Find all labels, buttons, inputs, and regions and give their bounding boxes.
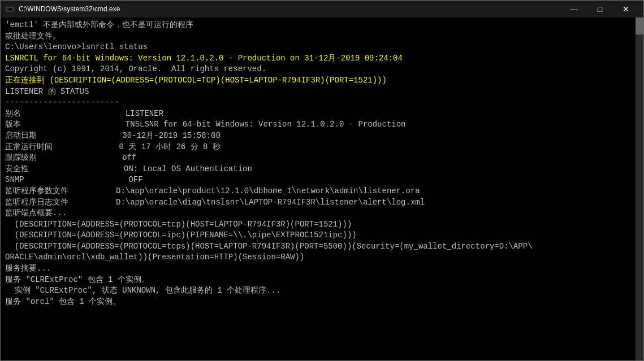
terminal-line: LSNRCTL for 64-bit Windows: Version 12.1… bbox=[5, 53, 639, 64]
cmd-window: C:\ C:\WINDOWS\system32\cmd.exe — □ ✕ 'e… bbox=[0, 0, 644, 361]
minimize-button[interactable]: — bbox=[561, 1, 587, 18]
terminal-line: 安全性 ON: Local OS Authentication bbox=[5, 164, 639, 175]
title-bar: C:\ C:\WINDOWS\system32\cmd.exe — □ ✕ bbox=[1, 1, 643, 18]
terminal-line: ORACLE\admin\orcl\xdb_wallet))(Presentat… bbox=[5, 252, 639, 263]
scrollbar-thumb[interactable] bbox=[636, 18, 643, 34]
terminal-line: 正在连接到 (DESCRIPTION=(ADDRESS=(PROTOCOL=TC… bbox=[5, 75, 639, 86]
terminal-line: 服务摘要... bbox=[5, 263, 639, 275]
terminal-line: 监听程序日志文件 D:\app\oracle\diag\tnslsnr\LAPT… bbox=[5, 197, 639, 208]
cmd-icon: C:\ bbox=[5, 5, 14, 14]
terminal-line: 别名 LISTENER bbox=[5, 108, 639, 120]
terminal-line: LISTENER 的 STATUS bbox=[5, 86, 639, 98]
window-title: C:\WINDOWS\system32\cmd.exe bbox=[19, 5, 561, 13]
terminal-line: C:\Users\lenovo>lsnrctl status bbox=[5, 42, 639, 53]
close-button[interactable]: ✕ bbox=[613, 1, 639, 18]
terminal-line: SNMP OFF bbox=[5, 175, 639, 186]
terminal-line: ------------------------ bbox=[5, 97, 639, 108]
maximize-button[interactable]: □ bbox=[587, 1, 613, 18]
terminal-line: Copyright (c) 1991, 2014, Oracle. All ri… bbox=[5, 64, 639, 75]
terminal-line: 监听端点概要... bbox=[5, 208, 639, 219]
terminal-line: 或批处理文件。 bbox=[5, 31, 639, 42]
svg-text:C:\: C:\ bbox=[7, 7, 14, 12]
terminal-line: 'emctl' 不是内部或外部命令，也不是可运行的程序 bbox=[5, 20, 639, 31]
terminal-line: 跟踪级别 off bbox=[5, 153, 639, 164]
terminal-line: 正常运行时间 0 天 17 小时 26 分 8 秒 bbox=[5, 142, 639, 153]
terminal-line: 服务 "CLRExtProc" 包含 1 个实例。 bbox=[5, 275, 639, 286]
terminal-line: 服务 "orcl" 包含 1 个实例。 bbox=[5, 297, 639, 308]
terminal-line: (DESCRIPTION=(ADDRESS=(PROTOCOL=tcp)(HOS… bbox=[5, 219, 639, 230]
terminal-line: (DESCRIPTION=(ADDRESS=(PROTOCOL=tcps)(HO… bbox=[5, 241, 639, 253]
terminal-line: (DESCRIPTION=(ADDRESS=(PROTOCOL=ipc)(PIP… bbox=[5, 230, 639, 241]
scrollbar[interactable] bbox=[636, 18, 643, 360]
terminal-line: 实例 "CLRExtProc", 状态 UNKNOWN, 包含此服务的 1 个处… bbox=[5, 285, 639, 297]
terminal-body[interactable]: 'emctl' 不是内部或外部命令，也不是可运行的程序或批处理文件。C:\Use… bbox=[1, 18, 643, 360]
terminal-output: 'emctl' 不是内部或外部命令，也不是可运行的程序或批处理文件。C:\Use… bbox=[5, 20, 639, 307]
terminal-line: 监听程序参数文件 D:\app\oracle\product\12.1.0\db… bbox=[5, 186, 639, 197]
terminal-line: 启动日期 30-12月-2019 15:58:00 bbox=[5, 131, 639, 142]
window-controls: — □ ✕ bbox=[561, 1, 639, 18]
terminal-line: 版本 TNSLSNR for 64-bit Windows: Version 1… bbox=[5, 119, 639, 131]
